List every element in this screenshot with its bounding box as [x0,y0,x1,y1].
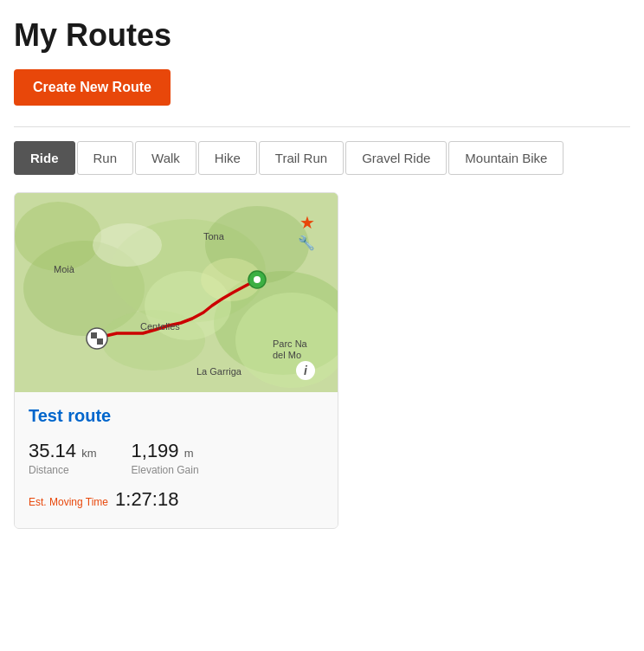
svg-point-9 [93,223,162,267]
map-label-moia: Moià [54,264,74,274]
map-label-centelles: Centelles [140,321,180,332]
distance-stat: 35.14 km Distance [29,440,97,476]
page-container: My Routes Create New Route Ride Run Walk… [0,0,644,546]
svg-rect-15 [97,332,103,338]
wrench-icon[interactable]: 🔧 [298,235,315,251]
svg-rect-12 [91,332,97,338]
section-divider [14,126,630,127]
info-icon[interactable]: i [296,361,315,380]
distance-value: 35.14 km [29,440,97,462]
tab-ride[interactable]: Ride [14,141,75,175]
tab-gravel-ride[interactable]: Gravel Ride [345,141,447,175]
tab-walk[interactable]: Walk [135,141,196,175]
route-map[interactable]: Moià Centelles Tona La Garriga Parc Nade… [15,193,338,392]
route-name[interactable]: Test route [29,406,324,426]
tab-mountain-bike[interactable]: Mountain Bike [448,141,564,175]
page-title: My Routes [14,17,630,54]
moving-time-row: Est. Moving Time 1:27:18 [29,488,324,511]
route-info: Test route 35.14 km Distance 1,199 m Ele… [15,392,338,528]
elevation-value: 1,199 m [132,440,199,462]
activity-tabs: Ride Run Walk Hike Trail Run Gravel Ride… [14,141,630,175]
moving-time-label: Est. Moving Time [29,496,108,508]
moving-time-value: 1:27:18 [115,488,178,511]
create-new-route-button[interactable]: Create New Route [14,69,171,106]
svg-point-5 [15,202,101,271]
map-label-tona: Tona [203,231,224,242]
svg-point-17 [254,276,261,283]
elevation-label: Elevation Gain [132,464,199,476]
tab-run[interactable]: Run [77,141,134,175]
svg-rect-14 [91,338,97,345]
map-label-parc: Parc Nadel Mo [273,338,320,361]
star-icon[interactable]: ★ [299,212,315,233]
tab-hike[interactable]: Hike [198,141,257,175]
elevation-stat: 1,199 m Elevation Gain [132,440,199,476]
map-label-la-garriga: La Garriga [196,366,242,377]
route-card: Moià Centelles Tona La Garriga Parc Nade… [14,192,338,529]
distance-label: Distance [29,464,97,476]
stats-row: 35.14 km Distance 1,199 m Elevation Gain [29,440,324,476]
tab-trail-run[interactable]: Trail Run [259,141,344,175]
svg-rect-13 [97,338,103,345]
